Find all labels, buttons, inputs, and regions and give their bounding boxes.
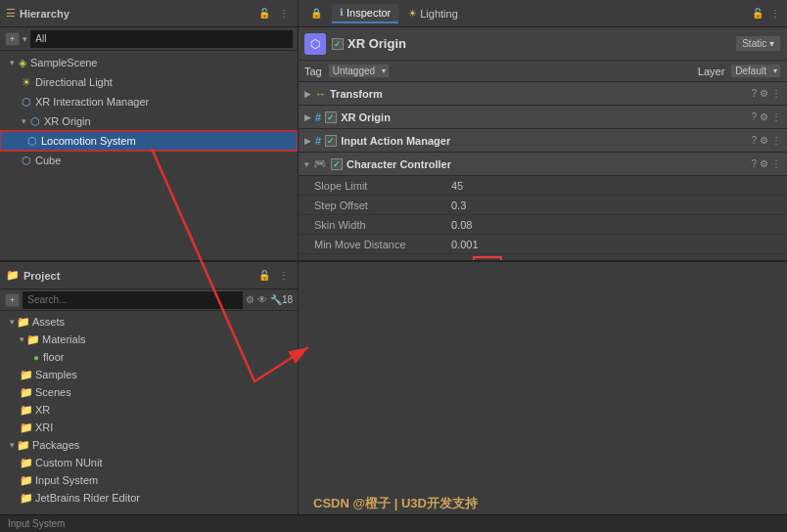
xr-origin-enabled-checkbox[interactable]: ✓: [325, 111, 337, 123]
project-icon: 📁: [6, 269, 20, 282]
input-action-menu-icon[interactable]: ⋮: [771, 135, 781, 146]
hierarchy-item-label: Cube: [35, 155, 61, 166]
project-lock-icon[interactable]: 🔓: [256, 268, 272, 284]
input-action-settings-icon[interactable]: ⚙: [760, 135, 768, 146]
hierarchy-item-label: Directional Light: [35, 76, 113, 88]
hierarchy-search-input[interactable]: [30, 30, 293, 48]
hierarchy-lock-icon[interactable]: 🔓: [256, 6, 272, 22]
assets-expand-icon: ▾: [10, 317, 15, 327]
bottom-right-area: [299, 262, 787, 514]
char-ctrl-settings-icon[interactable]: ⚙: [760, 158, 768, 169]
static-dropdown-button[interactable]: Static ▾: [735, 35, 781, 52]
slope-limit-row: Slope Limit 45: [299, 176, 787, 196]
hierarchy-item-cube[interactable]: ⬡ Cube: [0, 151, 298, 170]
inspector-lock2-icon[interactable]: 🔓: [750, 6, 765, 22]
min-move-distance-label: Min Move Distance: [314, 239, 451, 250]
char-ctrl-help-icon[interactable]: ?: [751, 158, 757, 169]
input-action-manager-name: Input Action Manager: [341, 135, 747, 147]
step-offset-value[interactable]: 0.3: [451, 200, 777, 211]
character-controller-fields: Slope Limit 45 Step Offset 0.3 Skin Widt…: [299, 176, 787, 260]
hierarchy-panel: ☰ Hierarchy 🔓 ⋮ + ▾ ▾ ◈ SampleScene: [0, 0, 299, 260]
project-tree: ▾ 📁 Assets ▾ 📁 Materials ● floor: [0, 311, 298, 514]
character-controller-header[interactable]: ▾ 🎮 ✓ Character Controller ? ⚙ ⋮: [299, 153, 787, 176]
hierarchy-title: Hierarchy: [20, 8, 253, 20]
hierarchy-item-xr-origin[interactable]: ▾ ⬡ XR Origin: [0, 111, 298, 131]
project-item-label: Packages: [32, 439, 79, 451]
project-item-xri[interactable]: 📁 XRI: [0, 419, 298, 436]
inspector-tab-icon: ℹ: [340, 7, 344, 18]
min-move-distance-value[interactable]: 0.001: [451, 239, 777, 250]
manager-icon: ⬡: [22, 96, 31, 109]
xr-origin-arrow-icon: ▶: [304, 112, 311, 122]
project-item-label: Materials: [42, 333, 86, 345]
dropdown-arrow-icon: ▾: [23, 34, 27, 44]
expand-arrow-icon: ▾: [22, 116, 26, 126]
layer-value: Default: [735, 66, 766, 76]
xr-origin-help-icon[interactable]: ?: [751, 111, 757, 122]
transform-help-icon[interactable]: ?: [751, 88, 757, 99]
transform-menu-icon[interactable]: ⋮: [771, 88, 781, 99]
project-item-samples[interactable]: 📁 Samples: [0, 366, 298, 383]
project-item-custom-nunit[interactable]: 📁 Custom NUnit: [0, 454, 298, 471]
components-area: ▶ ↔ Transform ? ⚙ ⋮ ▶ # ✓ XR Origin: [299, 82, 787, 260]
hierarchy-item-label: XR Origin: [44, 115, 91, 127]
char-ctrl-enabled-checkbox[interactable]: ✓: [331, 158, 343, 170]
hierarchy-header: ☰ Hierarchy 🔓 ⋮: [0, 0, 298, 27]
hierarchy-item-label: SampleScene: [30, 57, 98, 68]
project-item-packages[interactable]: ▾ 📁 Packages: [0, 436, 298, 454]
input-action-manager-header[interactable]: ▶ # ✓ Input Action Manager ? ⚙ ⋮: [299, 129, 787, 153]
layer-dropdown[interactable]: Default: [730, 64, 781, 78]
samples-folder-icon: 📁: [20, 369, 33, 381]
xr-origin-comp-name: XR Origin: [341, 111, 747, 123]
project-item-input-system[interactable]: 📁 Input System: [0, 471, 298, 489]
char-ctrl-icon: 🎮: [313, 157, 327, 170]
character-controller-name: Character Controller: [347, 158, 747, 170]
hierarchy-icon: ☰: [6, 7, 16, 20]
project-item-label: Custom NUnit: [35, 457, 102, 468]
hierarchy-item-directional-light[interactable]: ☀ Directional Light: [0, 72, 298, 92]
transform-settings-icon[interactable]: ⚙: [760, 88, 768, 99]
xr-origin-comp-header[interactable]: ▶ # ✓ XR Origin ? ⚙ ⋮: [299, 106, 787, 129]
light-icon: ☀: [22, 76, 31, 89]
project-item-scenes[interactable]: 📁 Scenes: [0, 383, 298, 401]
hierarchy-item-locomotion-system[interactable]: ⬡ Locomotion System: [0, 131, 298, 151]
project-search-input[interactable]: [23, 291, 243, 309]
tag-dropdown[interactable]: Untagged: [328, 64, 390, 78]
project-item-materials[interactable]: ▾ 📁 Materials: [0, 331, 298, 348]
materials-folder-icon: 📁: [26, 333, 40, 346]
project-filter-icon[interactable]: ⚙: [246, 294, 255, 305]
slope-limit-value[interactable]: 45: [451, 180, 777, 192]
skin-width-value[interactable]: 0.08: [451, 219, 777, 231]
hierarchy-item-samplescene[interactable]: ▾ ◈ SampleScene: [0, 53, 298, 72]
scene-icon: ◈: [19, 57, 26, 69]
project-menu-icon[interactable]: ⋮: [276, 268, 292, 284]
xr-origin-menu-icon[interactable]: ⋮: [771, 111, 781, 122]
status-text: Input System: [8, 518, 65, 529]
project-item-label: XR: [35, 404, 50, 416]
xr-origin-settings-icon[interactable]: ⚙: [760, 111, 768, 122]
tab-lighting[interactable]: ☀ Lighting: [400, 5, 466, 22]
hierarchy-tree: ▾ ◈ SampleScene ☀ Directional Light ⬡ XR…: [0, 51, 298, 260]
object-enabled-checkbox[interactable]: ✓: [332, 38, 344, 50]
project-add-button[interactable]: +: [5, 293, 20, 307]
inspector-menu-icon[interactable]: ⋮: [767, 6, 783, 22]
char-ctrl-menu-icon[interactable]: ⋮: [771, 158, 781, 169]
transform-header[interactable]: ▶ ↔ Transform ? ⚙ ⋮: [299, 82, 787, 106]
hierarchy-item-label: Locomotion System: [41, 135, 136, 147]
hierarchy-menu-icon[interactable]: ⋮: [276, 6, 292, 22]
project-item-xr[interactable]: 📁 XR: [0, 401, 298, 419]
project-count: 🔧18: [270, 294, 293, 305]
xr-origin-hash-icon: #: [315, 111, 321, 123]
input-action-enabled-checkbox[interactable]: ✓: [325, 135, 337, 147]
project-item-assets[interactable]: ▾ 📁 Assets: [0, 313, 298, 331]
project-item-floor[interactable]: ● floor: [0, 348, 298, 366]
tab-inspector[interactable]: ℹ Inspector: [332, 4, 398, 23]
project-view-icon[interactable]: 👁: [257, 294, 267, 305]
add-object-button[interactable]: +: [5, 32, 20, 46]
jetbrains-folder-icon: 📁: [20, 492, 33, 505]
step-offset-label: Step Offset: [314, 200, 451, 211]
input-action-help-icon[interactable]: ?: [751, 135, 757, 146]
hierarchy-item-xr-interaction-manager[interactable]: ⬡ XR Interaction Manager: [0, 92, 298, 111]
project-item-jetbrains[interactable]: 📁 JetBrains Rider Editor: [0, 489, 298, 507]
status-bar: Input System: [0, 514, 787, 532]
